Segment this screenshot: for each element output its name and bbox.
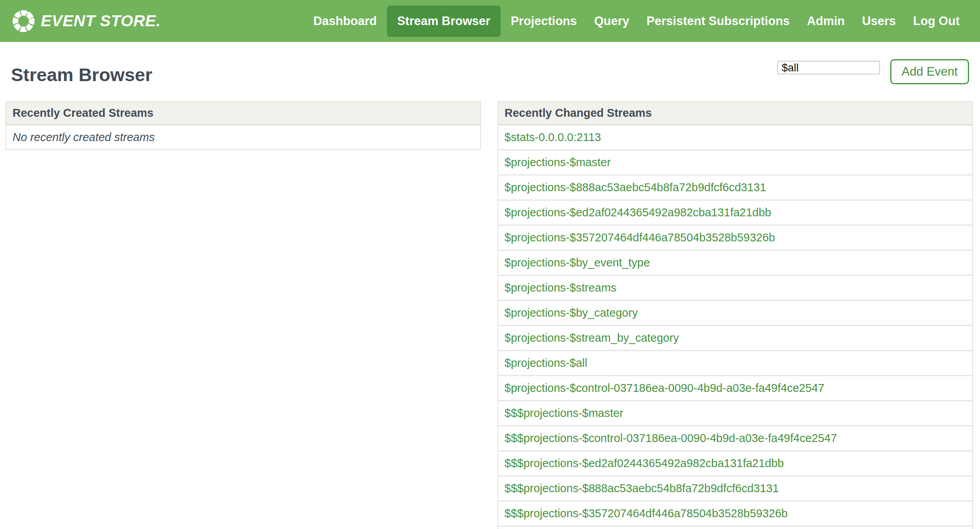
stream-link[interactable]: $projections-$stream_by_category: [505, 332, 679, 344]
nav-item[interactable]: Query: [586, 5, 638, 37]
nav-item[interactable]: Persistent Subscriptions: [638, 5, 798, 37]
no-created-streams-message: No recently created streams: [6, 125, 480, 149]
stream-name-input[interactable]: [777, 61, 880, 74]
stream-row[interactable]: $projections-$by_event_type: [498, 251, 972, 276]
stream-row[interactable]: $stats-0.0.0.0:2113: [498, 125, 972, 150]
eventstore-logo-icon: [12, 9, 35, 33]
stream-link[interactable]: $projections-$357207464df446a78504b3528b…: [505, 231, 775, 244]
stream-link[interactable]: $$$projections-$master: [505, 407, 623, 420]
stream-link[interactable]: $projections-$streams: [505, 281, 616, 294]
top-navbar: EVENT STORE. Dashboard Stream Browser Pr…: [0, 0, 980, 42]
stream-row[interactable]: $projections-$master: [498, 150, 972, 176]
stream-row[interactable]: $projections-$control-037186ea-0090-4b9d…: [498, 376, 972, 401]
stream-link[interactable]: $projections-$control-037186ea-0090-4b9d…: [505, 382, 824, 395]
page-header: Stream Browser Add Event: [0, 42, 980, 101]
stream-link[interactable]: $$$projections-$ed2af0244365492a982cba13…: [505, 457, 784, 470]
stream-row[interactable]: $$$projections-$control-037186ea-0090-4b…: [498, 426, 972, 451]
stream-row[interactable]: $$$projections-$888ac53aebc54b8fa72b9dfc…: [498, 476, 972, 502]
recently-changed-header: Recently Changed Streams: [498, 102, 972, 125]
add-event-button[interactable]: Add Event: [890, 59, 969, 84]
stream-link[interactable]: $$$projections-$357207464df446a78504b352…: [505, 507, 788, 520]
stream-link[interactable]: $projections-$all: [505, 357, 587, 370]
nav-item[interactable]: Stream Browser: [387, 5, 501, 37]
stream-link[interactable]: $projections-$888ac53aebc54b8fa72b9dfcf6…: [505, 181, 766, 194]
nav-item[interactable]: Users: [853, 5, 904, 37]
page-controls: Add Event: [777, 59, 969, 84]
stream-link[interactable]: $$$projections-$control-037186ea-0090-4b…: [505, 432, 837, 445]
stream-row[interactable]: $$$projections-$master: [498, 401, 972, 426]
stream-row[interactable]: $$$projections-$ed2af0244365492a982cba13…: [498, 451, 972, 476]
nav-item[interactable]: Admin: [799, 5, 853, 37]
nav-item[interactable]: Log Out: [904, 5, 968, 37]
recently-created-header: Recently Created Streams: [6, 102, 480, 125]
stream-link[interactable]: $projections-$ed2af0244365492a982cba131f…: [505, 206, 771, 219]
brand-wordmark: EVENT STORE.: [41, 12, 161, 30]
stream-link[interactable]: $$$projections-$888ac53aebc54b8fa72b9dfc…: [505, 482, 779, 495]
stream-row[interactable]: $projections-$357207464df446a78504b3528b…: [498, 226, 972, 251]
stream-row[interactable]: $projections-$stream_by_category: [498, 326, 972, 351]
stream-list: $stats-0.0.0.0:2113 $projections-$master…: [498, 125, 972, 527]
panels-container: Recently Created Streams No recently cre…: [0, 101, 980, 529]
page-title: Stream Browser: [11, 64, 152, 85]
stream-row[interactable]: $projections-$all: [498, 351, 972, 376]
nav-item[interactable]: Dashboard: [305, 5, 385, 37]
stream-link[interactable]: $projections-$by_category: [505, 306, 638, 319]
stream-row[interactable]: $$$projections-$357207464df446a78504b352…: [498, 502, 972, 527]
stream-row[interactable]: $projections-$888ac53aebc54b8fa72b9dfcf6…: [498, 176, 972, 201]
recently-changed-panel: Recently Changed Streams $stats-0.0.0.0:…: [497, 101, 973, 529]
stream-row[interactable]: $projections-$ed2af0244365492a982cba131f…: [498, 201, 972, 226]
stream-row[interactable]: $projections-$by_category: [498, 301, 972, 326]
stream-row[interactable]: $projections-$streams: [498, 276, 972, 301]
recently-created-panel: Recently Created Streams No recently cre…: [5, 101, 481, 150]
stream-link[interactable]: $projections-$by_event_type: [505, 256, 650, 269]
nav-item[interactable]: Projections: [502, 5, 586, 37]
stream-link[interactable]: $stats-0.0.0.0:2113: [505, 131, 601, 144]
main-nav: Dashboard Stream Browser Projections Que…: [305, 5, 968, 37]
stream-link[interactable]: $projections-$master: [505, 156, 611, 169]
eventstore-brand[interactable]: EVENT STORE.: [12, 9, 161, 33]
